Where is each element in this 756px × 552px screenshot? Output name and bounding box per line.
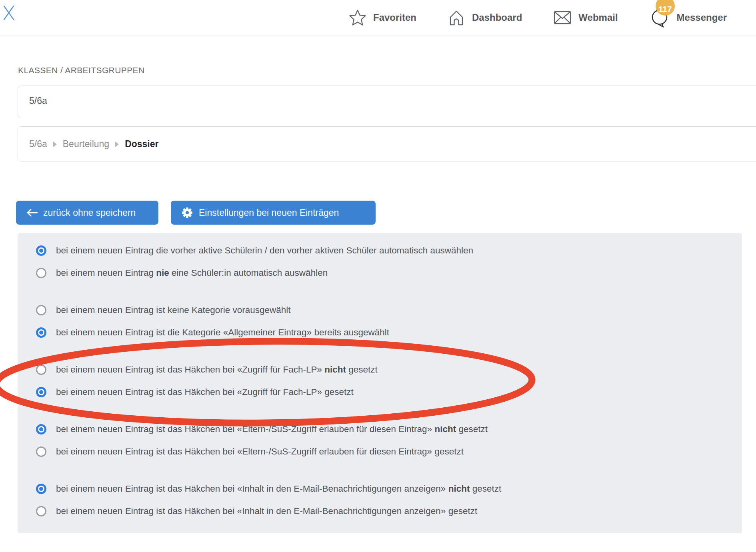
radio-option-label: bei einem neuen Eintrag ist das Häkchen … bbox=[56, 484, 501, 494]
radio-option[interactable]: bei einem neuen Eintrag ist keine Katego… bbox=[18, 299, 730, 321]
nav-dashboard-label: Dashboard bbox=[472, 12, 522, 23]
close-icon[interactable] bbox=[2, 5, 16, 21]
header-nav: Favoriten Dashboard Webm bbox=[349, 0, 727, 35]
radio-option-label: bei einem neuen Eintrag ist das Häkchen … bbox=[56, 387, 354, 397]
radio-selected-icon[interactable] bbox=[36, 484, 46, 494]
radio-option-label: bei einem neuen Eintrag ist das Häkchen … bbox=[56, 365, 378, 375]
nav-favoriten[interactable]: Favoriten bbox=[349, 9, 416, 26]
breadcrumb-item: Dossier bbox=[125, 139, 158, 149]
radio-selected-icon[interactable] bbox=[36, 327, 46, 338]
arrow-left-icon bbox=[26, 208, 38, 217]
radio-option-label: bei einem neuen Eintrag ist keine Katego… bbox=[56, 305, 291, 315]
breadcrumb-item[interactable]: Beurteilung bbox=[63, 139, 109, 149]
breadcrumb-box: 5/6aBeurteilungDossier bbox=[18, 126, 756, 161]
breadcrumb-separator-icon bbox=[53, 141, 57, 147]
option-group: bei einem neuen Eintrag die vorher aktiv… bbox=[18, 239, 730, 284]
nav-webmail[interactable]: Webmail bbox=[553, 10, 618, 25]
radio-option[interactable]: bei einem neuen Eintrag ist das Häkchen … bbox=[18, 478, 730, 500]
radio-option[interactable]: bei einem neuen Eintrag ist das Häkchen … bbox=[18, 381, 730, 403]
class-selector-value: 5/6a bbox=[29, 96, 47, 106]
back-button[interactable]: zurück ohne speichern bbox=[16, 201, 158, 225]
radio-option[interactable]: bei einem neuen Eintrag nie eine Schüler… bbox=[18, 262, 730, 284]
option-group: bei einem neuen Eintrag ist keine Katego… bbox=[18, 299, 730, 344]
breadcrumb: 5/6aBeurteilungDossier bbox=[29, 139, 159, 149]
nav-dashboard[interactable]: Dashboard bbox=[448, 9, 522, 26]
settings-panel: bei einem neuen Eintrag die vorher aktiv… bbox=[18, 233, 742, 533]
option-group: bei einem neuen Eintrag ist das Häkchen … bbox=[18, 359, 730, 403]
settings-button[interactable]: Einstellungen bei neuen Einträgen bbox=[171, 201, 376, 225]
top-bar: Favoriten Dashboard Webm bbox=[0, 0, 756, 36]
page: Favoriten Dashboard Webm bbox=[0, 0, 756, 552]
radio-option-label: bei einem neuen Eintrag ist das Häkchen … bbox=[56, 424, 488, 434]
radio-unselected-icon[interactable] bbox=[36, 365, 46, 375]
envelope-icon bbox=[553, 10, 572, 25]
radio-option-label: bei einem neuen Eintrag ist das Häkchen … bbox=[56, 446, 464, 457]
radio-option[interactable]: bei einem neuen Eintrag ist das Häkchen … bbox=[18, 440, 730, 463]
radio-unselected-icon[interactable] bbox=[36, 446, 46, 457]
nav-messenger-label: Messenger bbox=[677, 12, 727, 23]
nav-webmail-label: Webmail bbox=[578, 12, 618, 23]
chat-bubble-icon: 117 bbox=[649, 8, 670, 28]
radio-option-label: bei einem neuen Eintrag ist die Kategori… bbox=[56, 327, 389, 338]
nav-messenger[interactable]: 117 Messenger bbox=[649, 8, 727, 28]
radio-selected-icon[interactable] bbox=[36, 245, 46, 256]
radio-option[interactable]: bei einem neuen Eintrag ist das Häkchen … bbox=[18, 500, 730, 522]
option-group: bei einem neuen Eintrag ist das Häkchen … bbox=[18, 418, 730, 463]
gear-icon bbox=[181, 207, 193, 219]
option-group: bei einem neuen Eintrag ist das Häkchen … bbox=[18, 478, 730, 522]
settings-button-label: Einstellungen bei neuen Einträgen bbox=[199, 207, 339, 218]
star-icon bbox=[349, 9, 366, 26]
radio-selected-icon[interactable] bbox=[36, 424, 46, 434]
back-button-label: zurück ohne speichern bbox=[43, 207, 136, 218]
radio-option[interactable]: bei einem neuen Eintrag ist die Kategori… bbox=[18, 321, 730, 344]
radio-option-label: bei einem neuen Eintrag die vorher aktiv… bbox=[56, 245, 473, 256]
nav-favoriten-label: Favoriten bbox=[373, 12, 416, 23]
section-label: KLASSEN / ARBEITSGRUPPEN bbox=[18, 66, 145, 75]
radio-unselected-icon[interactable] bbox=[36, 506, 46, 516]
breadcrumb-item[interactable]: 5/6a bbox=[29, 139, 47, 149]
radio-unselected-icon[interactable] bbox=[36, 305, 46, 315]
radio-option-label: bei einem neuen Eintrag ist das Häkchen … bbox=[56, 506, 477, 516]
radio-unselected-icon[interactable] bbox=[36, 268, 46, 278]
radio-option-label: bei einem neuen Eintrag nie eine Schüler… bbox=[56, 268, 328, 278]
home-icon bbox=[448, 9, 465, 26]
radio-selected-icon[interactable] bbox=[36, 387, 46, 397]
messenger-badge: 117 bbox=[656, 0, 675, 16]
radio-option[interactable]: bei einem neuen Eintrag ist das Häkchen … bbox=[18, 359, 730, 381]
breadcrumb-separator-icon bbox=[115, 141, 119, 147]
radio-option[interactable]: bei einem neuen Eintrag die vorher aktiv… bbox=[18, 239, 730, 262]
class-selector[interactable]: 5/6a bbox=[18, 86, 756, 118]
radio-option[interactable]: bei einem neuen Eintrag ist das Häkchen … bbox=[18, 418, 730, 440]
